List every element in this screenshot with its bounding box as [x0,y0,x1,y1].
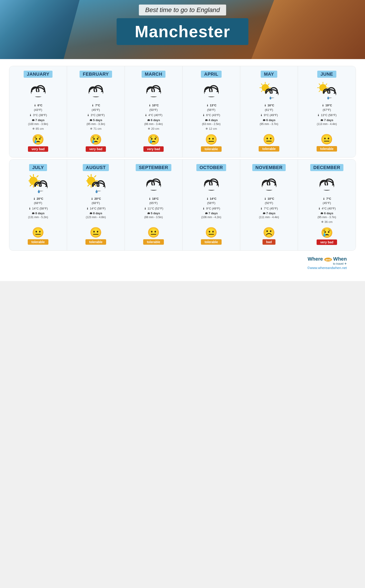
rating-face-october: 😐 [205,227,218,238]
rain-days-april: 🌧 4 days [205,118,218,122]
rain-detail-january: (100 mm - 3.9in) [28,123,48,126]
svg-rect-3 [31,92,45,97]
month-name-february: FEBRUARY [80,71,112,78]
svg-rect-43 [323,94,336,98]
rain-detail-december: (95 mm - 3.7in) [317,216,336,219]
footer: Where and When to travel ✈ ©www.whereand… [9,252,356,274]
month-cell-february: FEBRUARY 🌡 7°C(45°F) 🌡 3°C (38°F) 🌧 5 da… [67,66,125,157]
snow-april: ❄ 12 cm [205,127,217,131]
svg-line-21 [261,84,262,85]
rating-badge-october: tolerable [201,239,221,245]
rating-badge-april: tolerable [201,146,221,152]
temp-low-may: 🌡 9°C (49°F) [260,113,278,118]
rating-container-march: 😢 very bad [143,134,164,152]
month-name-october: OCTOBER [196,164,226,171]
rating-container-september: 😐 tolerable [143,227,164,245]
temp-high-june: 🌡 19°C(67°F) [322,103,332,112]
month-cell-november: NOVEMBER 🌡 10°C(50°F) 🌡 7°C (45°F) 🌧 7 d… [240,159,298,251]
rating-container-june: 😐 tolerable [316,133,337,152]
rating-face-april: 😐 [205,134,218,145]
rating-container-december: 😢 very bad [316,227,337,245]
rating-face-february: 😢 [90,134,102,145]
rating-badge-january: very bad [28,146,49,152]
svg-line-51 [30,176,31,177]
rating-face-august: 😐 [90,227,102,238]
month-cell-september: SEPTEMBER 🌡 18°C(65°F) 🌡 11°C (52°F) 🌧 5 [125,159,182,251]
rating-container-august: 😐 tolerable [85,227,106,245]
rating-badge-august: tolerable [85,239,106,245]
month-cell-january: JANUARY 🌡 6°C(43°F) 🌡 3°C (38°F) [9,66,67,157]
rain-days-march: 🌧 6 days [147,118,160,122]
brand-url: ©www.whereandwhen.net [307,266,347,270]
month-name-march: MARCH [142,71,165,78]
rating-badge-december: very bad [316,240,337,245]
svg-rect-11 [147,92,161,97]
rating-container-july: 😐 tolerable [28,227,48,245]
rain-detail-july: (131 mm - 5.2in) [28,216,48,219]
rating-badge-june: tolerable [316,146,337,152]
temp-low-november: 🌡 7°C (45°F) [260,206,278,211]
header: Best time to go to England Manchester [0,0,365,59]
svg-point-31 [319,84,327,91]
city-title: Manchester [135,22,230,41]
snow-march: ❄ 20 cm [148,127,159,131]
month-cell-june: JUNE [298,66,356,157]
rain-detail-october: (106 mm - 4.2in) [201,216,221,219]
svg-rect-79 [147,185,161,190]
rain-days-january: 🌧 7 days [32,118,45,122]
temp-high-november: 🌡 10°C(50°F) [264,197,274,205]
temp-low-august: 🌡 14°C (58°F) [86,206,106,211]
temp-high-august: 🌡 20°C(68°F) [91,197,101,205]
svg-line-68 [94,176,96,177]
rating-container-october: 😐 tolerable [201,227,221,245]
temp-high-january: 🌡 6°C(43°F) [34,103,42,112]
month-name-july: JULY [29,164,47,171]
temp-low-july: 🌡 14°C (58°F) [28,206,48,211]
svg-line-53 [37,176,38,177]
temp-low-january: 🌡 3°C (38°F) [29,113,47,118]
svg-rect-15 [204,92,218,97]
rain-days-june: 🌧 7 days [320,118,333,122]
svg-rect-91 [320,185,334,190]
rating-face-july: 😐 [32,227,44,238]
rating-container-january: 😢 very bad [28,134,49,152]
svg-line-67 [94,185,96,186]
rain-days-november: 🌧 7 days [262,212,275,215]
svg-rect-73 [92,187,105,191]
temp-high-april: 🌡 13°C(56°F) [206,103,217,112]
weather-icon-october [202,175,220,193]
temp-low-september: 🌡 11°C (52°F) [144,206,163,211]
rain-days-july: 🌧 8 days [32,212,45,215]
month-cell-december: DECEMBER 🌡 7°C(45°F) 🌡 4°C (40°F) 🌧 6 da… [298,159,356,251]
weather-icon-august [86,175,106,193]
weather-icon-november [260,175,278,193]
svg-line-66 [88,176,89,177]
rain-days-february: 🌧 5 days [89,118,102,122]
weather-icon-september [145,175,163,193]
month-cell-april: APRIL 🌡 13°C(56°F) 🌡 6°C (43°F) 🌧 4 days [182,66,240,157]
brand-name: Where and When [307,256,347,262]
rain-detail-june: (113 mm - 4.4in) [317,123,337,126]
rain-days-may: 🌧 6 days [262,118,275,122]
svg-line-23 [268,84,269,85]
month-cell-august: AUGUST [67,159,125,251]
rain-detail-august: (123 mm - 4.8in) [86,216,106,219]
temp-high-december: 🌡 7°C(45°F) [323,197,331,205]
rain-detail-november: (111 mm - 4.4in) [259,216,279,219]
brand: Where and When to travel ✈ ©www.whereand… [307,256,347,270]
month-name-april: APRIL [201,71,222,78]
rain-detail-february: (85 mm - 3.3in) [87,123,105,126]
months-grid-row1: JANUARY 🌡 6°C(43°F) 🌡 3°C (38°F) [9,66,356,158]
weather-icon-april [202,81,220,99]
rating-badge-may: tolerable [259,146,279,152]
weather-icon-december [318,175,336,193]
snow-january: ❄ 85 cm [32,127,44,131]
svg-rect-83 [204,185,218,190]
weather-icon-january [29,81,47,99]
months-grid-row2: JULY [9,159,356,251]
svg-line-69 [88,185,89,186]
rating-face-january: 😢 [32,134,44,145]
subtitle-text: Best time to go to England [145,6,220,14]
svg-line-38 [326,84,327,85]
page-wrapper: Best time to go to England Manchester JA… [0,0,365,281]
